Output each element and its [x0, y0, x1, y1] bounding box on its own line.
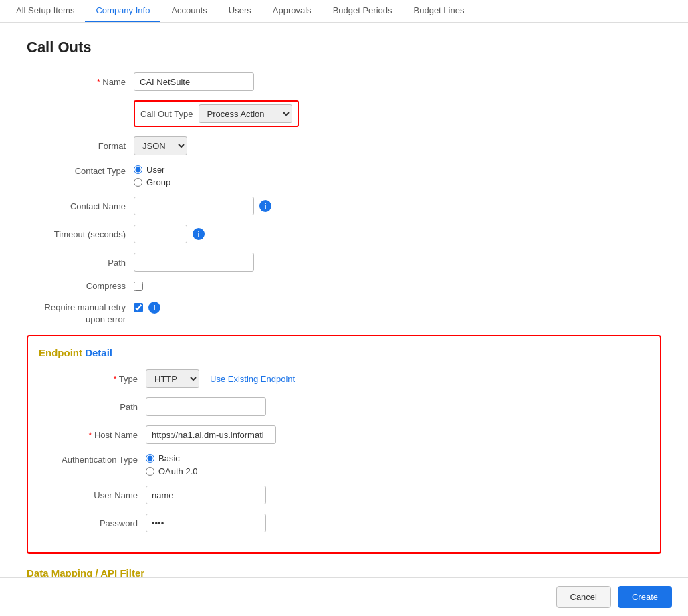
username-row: User Name	[39, 486, 649, 504]
bottom-bar: Cancel Create	[0, 577, 688, 616]
nav-item-all-setup-items[interactable]: All Setup Items	[5, 0, 85, 22]
main-content: Call Outs Name Call Out Type Process Act…	[0, 23, 688, 616]
contact-type-row: Contact Type User Group	[27, 165, 661, 187]
endpoint-title-word2: Detail	[85, 347, 112, 358]
endpoint-type-select[interactable]: HTTP HTTPS	[146, 369, 199, 388]
format-label: Format	[27, 141, 134, 151]
path-input[interactable]	[134, 253, 254, 272]
password-row: Password	[39, 514, 649, 532]
nav-item-approvals[interactable]: Approvals	[262, 0, 322, 22]
contact-type-group-label: Group	[146, 177, 170, 187]
nav-bar: All Setup Items Company Info Accounts Us…	[0, 0, 688, 23]
auth-basic-radio[interactable]	[146, 454, 154, 463]
host-name-row: Host Name	[39, 425, 649, 444]
callout-type-label: Call Out Type	[140, 109, 193, 119]
nav-item-company-info[interactable]: Company Info	[85, 0, 160, 22]
timeout-row: Timeout (seconds) i	[27, 225, 661, 243]
callout-type-box: Call Out Type Process Action Notificatio…	[134, 100, 299, 127]
auth-basic-option[interactable]: Basic	[146, 453, 198, 464]
auth-oauth-label: OAuth 2.0	[158, 466, 198, 476]
endpoint-path-label: Path	[39, 402, 146, 412]
host-name-label: Host Name	[39, 430, 146, 440]
username-label: User Name	[39, 490, 146, 500]
path-row: Path	[27, 253, 661, 272]
nav-item-users[interactable]: Users	[218, 0, 262, 22]
endpoint-detail-section: Endpoint Detail Type HTTP HTTPS Use Exis…	[27, 335, 661, 554]
nav-item-budget-periods[interactable]: Budget Periods	[322, 0, 403, 22]
callout-type-row: Call Out Type Process Action Notificatio…	[27, 100, 661, 127]
auth-type-label: Authentication Type	[39, 453, 146, 465]
contact-type-group-radio[interactable]	[134, 178, 142, 187]
format-select[interactable]: JSON XML	[134, 136, 187, 155]
format-row: Format JSON XML	[27, 136, 661, 155]
use-existing-endpoint-link[interactable]: Use Existing Endpoint	[210, 374, 295, 384]
require-retry-label: Require manual retryupon error	[27, 300, 134, 326]
auth-type-row: Authentication Type Basic OAuth 2.0	[39, 453, 649, 476]
require-retry-checkbox[interactable]	[134, 303, 143, 312]
compress-label: Compress	[27, 281, 134, 291]
contact-type-label: Contact Type	[27, 165, 134, 176]
contact-type-user-radio[interactable]	[134, 165, 142, 174]
cancel-button[interactable]: Cancel	[556, 586, 611, 608]
contact-name-input[interactable]	[134, 197, 254, 215]
endpoint-path-row: Path	[39, 397, 649, 416]
callout-type-select[interactable]: Process Action Notification Other	[199, 104, 292, 123]
name-row: Name	[27, 72, 661, 91]
auth-oauth-option[interactable]: OAuth 2.0	[146, 466, 198, 476]
host-name-input[interactable]	[146, 425, 276, 444]
nav-item-budget-lines[interactable]: Budget Lines	[403, 0, 475, 22]
endpoint-section-title: Endpoint Detail	[39, 347, 649, 358]
contact-type-user-option[interactable]: User	[134, 165, 170, 175]
path-label: Path	[27, 258, 134, 268]
compress-row: Compress	[27, 281, 661, 291]
timeout-input[interactable]	[134, 225, 187, 243]
contact-type-user-label: User	[146, 165, 164, 175]
contact-type-radio-group: User Group	[134, 165, 170, 187]
contact-name-row: Contact Name i	[27, 197, 661, 215]
timeout-info-icon[interactable]: i	[193, 228, 205, 240]
create-button[interactable]: Create	[618, 586, 672, 608]
endpoint-path-input[interactable]	[146, 397, 266, 416]
nav-item-accounts[interactable]: Accounts	[160, 0, 217, 22]
endpoint-title-word1: Endpoint	[39, 347, 85, 358]
page-title: Call Outs	[27, 39, 661, 56]
require-retry-info-icon[interactable]: i	[148, 302, 160, 314]
compress-checkbox[interactable]	[134, 282, 143, 291]
endpoint-type-label: Type	[39, 374, 146, 384]
timeout-label: Timeout (seconds)	[27, 229, 134, 239]
contact-name-info-icon[interactable]: i	[259, 200, 271, 212]
name-input[interactable]	[134, 72, 254, 91]
contact-type-group-option[interactable]: Group	[134, 177, 170, 187]
auth-basic-label: Basic	[158, 453, 180, 464]
name-label: Name	[27, 77, 134, 87]
username-input[interactable]	[146, 486, 266, 504]
password-input[interactable]	[146, 514, 266, 532]
contact-name-label: Contact Name	[27, 201, 134, 211]
require-retry-row: Require manual retryupon error i	[27, 300, 661, 326]
auth-type-radio-group: Basic OAuth 2.0	[146, 453, 198, 476]
password-label: Password	[39, 518, 146, 528]
endpoint-type-row: Type HTTP HTTPS Use Existing Endpoint	[39, 369, 649, 388]
auth-oauth-radio[interactable]	[146, 467, 154, 476]
